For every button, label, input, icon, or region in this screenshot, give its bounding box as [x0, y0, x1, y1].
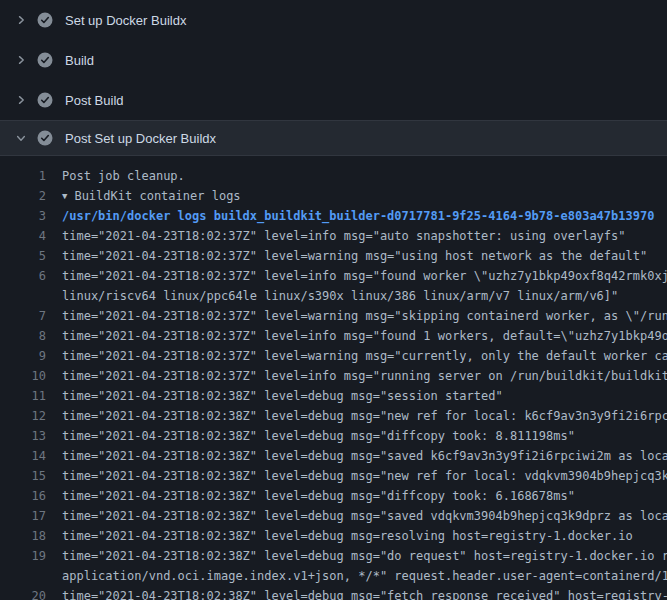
- chevron-right-icon: [13, 92, 29, 108]
- check-circle-icon: [37, 130, 53, 146]
- chevron-right-icon: [13, 12, 29, 28]
- log-line-number[interactable]: 7: [0, 306, 46, 326]
- step-row-post-build[interactable]: Post Build: [0, 80, 667, 120]
- log-line-number[interactable]: 8: [0, 326, 46, 346]
- log-line-number[interactable]: 10: [0, 366, 46, 386]
- log-line-text: Post job cleanup.: [62, 166, 185, 186]
- log-line-number[interactable]: 16: [0, 486, 46, 506]
- log-line: 15time="2021-04-23T18:02:38Z" level=debu…: [0, 466, 667, 486]
- workflow-log-viewer: Set up Docker BuildxBuildPost BuildPost …: [0, 0, 667, 600]
- step-label: Build: [65, 53, 94, 68]
- log-line-text: time="2021-04-23T18:02:38Z" level=debug …: [62, 386, 503, 406]
- log-group: ▼BuildKit container logs: [62, 186, 241, 206]
- log-line: 11time="2021-04-23T18:02:38Z" level=debu…: [0, 386, 667, 406]
- log-line-number[interactable]: 4: [0, 226, 46, 246]
- log-line-number[interactable]: 20: [0, 586, 46, 600]
- log-line-number[interactable]: 9: [0, 346, 46, 366]
- log-line-text: time="2021-04-23T18:02:38Z" level=debug …: [62, 586, 667, 600]
- steps-list: Set up Docker BuildxBuildPost BuildPost …: [0, 0, 667, 156]
- log-line-text: time="2021-04-23T18:02:37Z" level=info m…: [62, 226, 626, 246]
- log-line: linux/riscv64 linux/ppc64le linux/s390x …: [0, 286, 667, 306]
- log-line-text: time="2021-04-23T18:02:37Z" level=warnin…: [62, 246, 647, 266]
- log-line-number[interactable]: 6: [0, 266, 46, 286]
- log-line: 20time="2021-04-23T18:02:38Z" level=debu…: [0, 586, 667, 600]
- chevron-right-icon: [13, 52, 29, 68]
- step-row-post-set-up-docker-buildx[interactable]: Post Set up Docker Buildx: [0, 120, 667, 156]
- log-line-number[interactable]: 3: [0, 206, 46, 226]
- log-line: 19time="2021-04-23T18:02:38Z" level=debu…: [0, 546, 667, 566]
- step-label: Set up Docker Buildx: [65, 13, 186, 28]
- log-line-text: time="2021-04-23T18:02:38Z" level=debug …: [62, 466, 667, 486]
- triangle-down-icon: ▼: [62, 186, 67, 206]
- log-line-text: time="2021-04-23T18:02:38Z" level=debug …: [62, 426, 575, 446]
- log-line: 18time="2021-04-23T18:02:38Z" level=debu…: [0, 526, 667, 546]
- log-line: 17time="2021-04-23T18:02:38Z" level=debu…: [0, 506, 667, 526]
- log-line-number[interactable]: 1: [0, 166, 46, 186]
- step-row-build[interactable]: Build: [0, 40, 667, 80]
- check-circle-icon: [37, 12, 53, 28]
- log-line-number[interactable]: 12: [0, 406, 46, 426]
- log-panel: 1Post job cleanup.2▼BuildKit container l…: [0, 156, 667, 600]
- log-command-text: /usr/bin/docker logs buildx_buildkit_bui…: [62, 206, 654, 226]
- log-line-text: time="2021-04-23T18:02:37Z" level=info m…: [62, 266, 667, 286]
- chevron-down-icon: [13, 130, 29, 146]
- log-line-number[interactable]: 11: [0, 386, 46, 406]
- log-line-text: time="2021-04-23T18:02:37Z" level=warnin…: [62, 346, 667, 366]
- log-group-row[interactable]: 2▼BuildKit container logs: [0, 186, 667, 206]
- log-line-text: time="2021-04-23T18:02:38Z" level=debug …: [62, 546, 667, 566]
- log-group-title: BuildKit container logs: [74, 189, 240, 203]
- check-circle-icon: [37, 52, 53, 68]
- log-line-number[interactable]: 18: [0, 526, 46, 546]
- log-line-number[interactable]: 14: [0, 446, 46, 466]
- step-label: Post Build: [65, 93, 124, 108]
- log-line-text: time="2021-04-23T18:02:37Z" level=info m…: [62, 366, 667, 386]
- log-line-text: time="2021-04-23T18:02:38Z" level=debug …: [62, 506, 667, 526]
- log-line-text: linux/riscv64 linux/ppc64le linux/s390x …: [62, 286, 618, 306]
- log-line: 3/usr/bin/docker logs buildx_buildkit_bu…: [0, 206, 667, 226]
- log-line-number[interactable]: 19: [0, 546, 46, 566]
- check-circle-icon: [37, 92, 53, 108]
- log-line-number[interactable]: 17: [0, 506, 46, 526]
- log-line-number[interactable]: 15: [0, 466, 46, 486]
- log-line-number[interactable]: 5: [0, 246, 46, 266]
- log-line: 4time="2021-04-23T18:02:37Z" level=info …: [0, 226, 667, 246]
- log-line: 16time="2021-04-23T18:02:38Z" level=debu…: [0, 486, 667, 506]
- log-line-text: time="2021-04-23T18:02:38Z" level=debug …: [62, 526, 633, 546]
- log-line-number[interactable]: 2: [0, 186, 46, 206]
- log-line: 8time="2021-04-23T18:02:37Z" level=info …: [0, 326, 667, 346]
- log-line-text: application/vnd.oci.image.index.v1+json,…: [62, 566, 667, 586]
- log-line-text: time="2021-04-23T18:02:38Z" level=debug …: [62, 446, 667, 466]
- step-row-set-up-docker-buildx[interactable]: Set up Docker Buildx: [0, 0, 667, 40]
- log-line: 10time="2021-04-23T18:02:37Z" level=info…: [0, 366, 667, 386]
- step-label: Post Set up Docker Buildx: [65, 131, 216, 146]
- log-line-text: time="2021-04-23T18:02:38Z" level=debug …: [62, 406, 667, 426]
- log-line: 1Post job cleanup.: [0, 166, 667, 186]
- log-line: 5time="2021-04-23T18:02:37Z" level=warni…: [0, 246, 667, 266]
- log-line: 6time="2021-04-23T18:02:37Z" level=info …: [0, 266, 667, 286]
- log-line: 12time="2021-04-23T18:02:38Z" level=debu…: [0, 406, 667, 426]
- log-line: 7time="2021-04-23T18:02:37Z" level=warni…: [0, 306, 667, 326]
- log-line: 14time="2021-04-23T18:02:38Z" level=debu…: [0, 446, 667, 466]
- log-line: application/vnd.oci.image.index.v1+json,…: [0, 566, 667, 586]
- log-line-text: time="2021-04-23T18:02:38Z" level=debug …: [62, 486, 575, 506]
- log-line: 13time="2021-04-23T18:02:38Z" level=debu…: [0, 426, 667, 446]
- log-line-text: time="2021-04-23T18:02:37Z" level=info m…: [62, 326, 667, 346]
- log-line-number[interactable]: 13: [0, 426, 46, 446]
- log-line: 9time="2021-04-23T18:02:37Z" level=warni…: [0, 346, 667, 366]
- log-line-text: time="2021-04-23T18:02:37Z" level=warnin…: [62, 306, 667, 326]
